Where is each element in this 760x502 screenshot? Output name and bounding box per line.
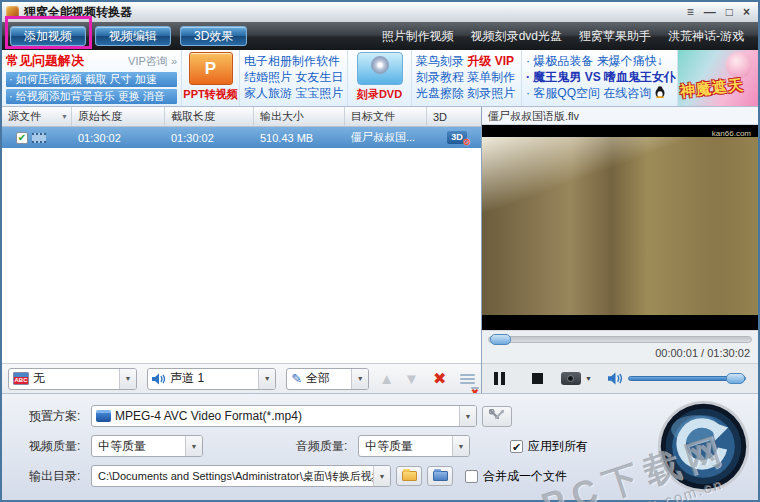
- video-preview[interactable]: kan66.com: [482, 125, 758, 330]
- upgrade-vip-link[interactable]: 升级 VIP: [467, 54, 514, 68]
- col-original-length[interactable]: 原始长度: [72, 107, 165, 126]
- browse-folder-button[interactable]: [396, 466, 422, 486]
- subtitle-select[interactable]: ABC 无 ▼: [8, 368, 137, 390]
- game-banner-ad[interactable]: 神魔遮天: [678, 50, 758, 106]
- game-ad-title: 神魔遮天: [679, 76, 745, 102]
- video-file-icon: [32, 133, 46, 143]
- preset-select[interactable]: MPEG-4 AVC Video Format(*.mp4) ▼: [91, 405, 477, 427]
- toolbar: 添加视频 视频编辑 3D效果 照片制作视频 视频刻录dvd光盘 狸窝苹果助手 洪…: [2, 22, 758, 50]
- close-icon[interactable]: ×: [743, 5, 750, 19]
- audio-quality-select[interactable]: 中等质量 ▼: [358, 435, 470, 457]
- apply-all-checkbox[interactable]: ✔: [510, 440, 523, 453]
- preset-label: 预置方案:: [29, 408, 91, 425]
- maximize-icon[interactable]: □: [726, 5, 733, 19]
- convert-button[interactable]: [656, 399, 751, 494]
- preset-settings-button[interactable]: [482, 406, 512, 427]
- link-photo-to-video[interactable]: 照片制作视频: [382, 28, 454, 45]
- chevron-down-icon[interactable]: ▼: [119, 369, 136, 389]
- burn-link-3[interactable]: 光盘擦除 刻录照片: [416, 85, 517, 101]
- preview-filename: 僵尸叔叔国语版.flv: [482, 107, 758, 125]
- game-link-3[interactable]: · 客服QQ空间 在线咨询: [526, 85, 673, 101]
- table-row[interactable]: ✔ 01:30:02 01:30:02 510.43 MB 僵尸叔叔国... 3…: [2, 127, 481, 148]
- tab-add-video[interactable]: 添加视频: [10, 26, 86, 46]
- merge-label: 合并成一个文件: [483, 468, 567, 485]
- col-target-file[interactable]: 目标文件: [345, 107, 427, 126]
- pause-button[interactable]: [494, 372, 505, 385]
- folder-icon: [433, 471, 448, 481]
- faq-link-bgm[interactable]: · 给视频添加背景音乐 更换 消音: [6, 89, 177, 104]
- vip-consult-link[interactable]: VIP咨询 »: [128, 54, 177, 69]
- ppt-ad[interactable]: P PPT转视频: [182, 50, 240, 106]
- album-link-3[interactable]: 家人旅游 宝宝照片: [244, 85, 343, 101]
- chevron-down-icon[interactable]: ▼: [258, 369, 275, 389]
- row-checkbox[interactable]: ✔: [16, 132, 28, 144]
- album-link-2[interactable]: 结婚照片 女友生日: [244, 69, 343, 85]
- faq-link-compress[interactable]: · 如何压缩视频 截取 尺寸 加速: [6, 72, 177, 87]
- subtitle-icon: ABC: [13, 372, 29, 385]
- col-cut-length[interactable]: 截取长度: [165, 107, 254, 126]
- delete-button[interactable]: ✖: [433, 371, 446, 387]
- audio-track-select[interactable]: 声道 1 ▼: [147, 368, 276, 390]
- dvd-burner-icon: [357, 52, 403, 85]
- open-output-folder-button[interactable]: [427, 466, 453, 486]
- chevron-down-icon[interactable]: ▼: [585, 375, 592, 382]
- link-game[interactable]: 洪荒神话-游戏: [668, 28, 744, 45]
- apply-all-checkline[interactable]: ✔ 应用到所有: [510, 438, 588, 455]
- file-list-pane: 源文件▼ 原始长度 截取长度 输出大小 目标文件 3D ✔ 01:30:02 0…: [2, 107, 482, 393]
- chevron-down-icon[interactable]: ▼: [452, 436, 469, 456]
- volume-slider[interactable]: [628, 376, 746, 381]
- album-link-1[interactable]: 电子相册制作软件: [244, 53, 343, 69]
- video-watermark: kan66.com: [712, 129, 751, 138]
- preview-pane: 僵尸叔叔国语版.flv kan66.com 00:00:01 / 01:30:0…: [482, 107, 758, 393]
- col-output-size[interactable]: 输出大小: [254, 107, 345, 126]
- move-down-button[interactable]: ▼: [404, 371, 419, 386]
- preset-row: 预置方案: MPEG-4 AVC Video Format(*.mp4) ▼: [2, 401, 758, 431]
- stop-button[interactable]: [532, 373, 543, 384]
- chevron-down-icon[interactable]: ▼: [61, 113, 68, 120]
- filter-select[interactable]: ✎ 全部 ▼: [286, 368, 369, 390]
- file-list-empty-area[interactable]: [2, 148, 481, 363]
- link-burn-dvd[interactable]: 视频刻录dvd光盘: [471, 28, 562, 45]
- video-quality-select[interactable]: 中等质量 ▼: [91, 435, 203, 457]
- 3d-disabled-icon[interactable]: 3D⊘: [447, 131, 467, 144]
- snapshot-button[interactable]: ▼: [561, 372, 592, 385]
- col-source-file[interactable]: 源文件▼: [2, 107, 72, 126]
- chevron-down-icon[interactable]: ▼: [185, 436, 202, 456]
- pen-icon: ✎: [287, 371, 306, 386]
- window-menu-icon[interactable]: ≡: [687, 5, 694, 19]
- faq-title: 常见问题解决: [6, 52, 84, 70]
- clear-list-button[interactable]: ✖: [460, 372, 475, 385]
- burn-link-2[interactable]: 刻录教程 菜单制作: [416, 69, 517, 85]
- col-3d[interactable]: 3D: [427, 107, 481, 126]
- tab-3d-effect[interactable]: 3D效果: [180, 26, 247, 46]
- output-dir-select[interactable]: C:\Documents and Settings\Administrator\…: [91, 465, 391, 487]
- merge-checkbox[interactable]: [465, 470, 478, 483]
- minimize-icon[interactable]: —: [704, 5, 716, 19]
- speaker-icon: [152, 373, 166, 385]
- burn-link-1[interactable]: 菜鸟刻录 升级 VIP: [416, 53, 517, 69]
- playback-time: 00:00:01 / 01:30:02: [488, 343, 752, 361]
- game-link-1[interactable]: · 爆极品装备 来爆个痛快↓: [526, 53, 673, 69]
- cell-original-length: 01:30:02: [72, 132, 165, 144]
- merge-checkline[interactable]: 合并成一个文件: [465, 468, 567, 485]
- list-controls-bar: ABC 无 ▼ 声道 1 ▼ ✎ 全部 ▼ ▲ ▼: [2, 363, 481, 393]
- seek-bar[interactable]: [488, 336, 752, 343]
- ppt-caption[interactable]: PPT转视频: [183, 87, 237, 102]
- volume-icon[interactable]: [608, 372, 623, 385]
- app-window: 狸窝全能视频转换器 ≡ — □ × 添加视频 视频编辑 3D效果 照片制作视频 …: [0, 0, 760, 502]
- link-apple-assistant[interactable]: 狸窝苹果助手: [579, 28, 651, 45]
- album-links: 电子相册制作软件 结婚照片 女友生日 家人旅游 宝宝照片: [240, 50, 348, 106]
- volume-thumb[interactable]: [726, 373, 745, 384]
- chevron-down-icon[interactable]: ▼: [351, 369, 368, 389]
- apply-all-label: 应用到所有: [528, 438, 588, 455]
- tab-video-edit[interactable]: 视频编辑: [95, 26, 171, 46]
- chevron-down-icon[interactable]: ▼: [373, 466, 390, 486]
- move-up-button[interactable]: ▲: [379, 371, 394, 386]
- seek-thumb[interactable]: [490, 334, 511, 345]
- game-link-2[interactable]: · 魔王鬼男 VS 嗜血鬼王女仆: [526, 69, 673, 85]
- player-controls: ▼: [482, 363, 758, 393]
- settings-panel: 预置方案: MPEG-4 AVC Video Format(*.mp4) ▼ 视…: [2, 393, 758, 500]
- dvd-caption[interactable]: 刻录DVD: [357, 87, 402, 102]
- chevron-down-icon[interactable]: ▼: [459, 406, 476, 426]
- dvd-ad[interactable]: 刻录DVD: [348, 50, 412, 106]
